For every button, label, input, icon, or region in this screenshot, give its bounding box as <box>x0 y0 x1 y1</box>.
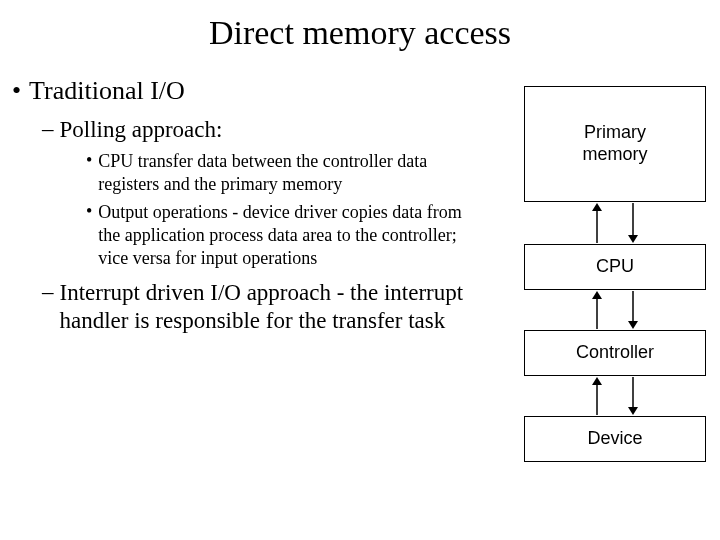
primary-memory-box: Primary memory <box>524 86 706 202</box>
arrow-down-icon <box>626 291 640 329</box>
device-label: Device <box>587 428 642 450</box>
slide-title: Direct memory access <box>0 14 720 52</box>
bullet-level3: • Output operations - device driver copi… <box>86 201 510 269</box>
text-column: • Traditional I/O – Polling approach: • … <box>0 76 510 336</box>
cpu-box: CPU <box>524 244 706 290</box>
arrow-up-icon <box>590 203 604 243</box>
bullet2b-text: Interrupt driven I/O approach - the inte… <box>60 279 511 335</box>
svg-marker-5 <box>592 291 602 299</box>
bullet-dot3-icon: • <box>86 150 92 195</box>
bullet-dot-icon: • <box>12 76 21 106</box>
bullet-dot3-icon: • <box>86 201 92 269</box>
bullet-level2: – Interrupt driven I/O approach - the in… <box>42 279 510 335</box>
controller-label: Controller <box>576 342 654 364</box>
architecture-diagram: Primary memory CPU Controller Device <box>524 86 706 462</box>
bullet-level2: – Polling approach: <box>42 116 510 144</box>
bullet-dash-icon: – <box>42 116 54 144</box>
primary-memory-label: Primary memory <box>582 122 647 165</box>
bullet3b-text: Output operations - device driver copies… <box>98 201 510 269</box>
bullet-level1: • Traditional I/O <box>8 76 510 106</box>
bullet-level3: • CPU transfer data between the controll… <box>86 150 510 195</box>
arrow-pair <box>524 291 706 329</box>
arrow-down-icon <box>626 377 640 415</box>
arrow-up-icon <box>590 291 604 329</box>
bullet2a-text: Polling approach: <box>60 116 511 144</box>
svg-marker-11 <box>628 407 638 415</box>
device-box: Device <box>524 416 706 462</box>
arrow-down-icon <box>626 203 640 243</box>
svg-marker-3 <box>628 235 638 243</box>
svg-marker-9 <box>592 377 602 385</box>
svg-marker-1 <box>592 203 602 211</box>
svg-marker-7 <box>628 321 638 329</box>
arrow-pair <box>524 203 706 243</box>
bullet-dash-icon: – <box>42 279 54 335</box>
slide-content: • Traditional I/O – Polling approach: • … <box>0 76 720 336</box>
arrow-pair <box>524 377 706 415</box>
cpu-label: CPU <box>596 256 634 278</box>
controller-box: Controller <box>524 330 706 376</box>
bullet1-text: Traditional I/O <box>29 76 185 106</box>
arrow-up-icon <box>590 377 604 415</box>
bullet3a-text: CPU transfer data between the controller… <box>98 150 510 195</box>
